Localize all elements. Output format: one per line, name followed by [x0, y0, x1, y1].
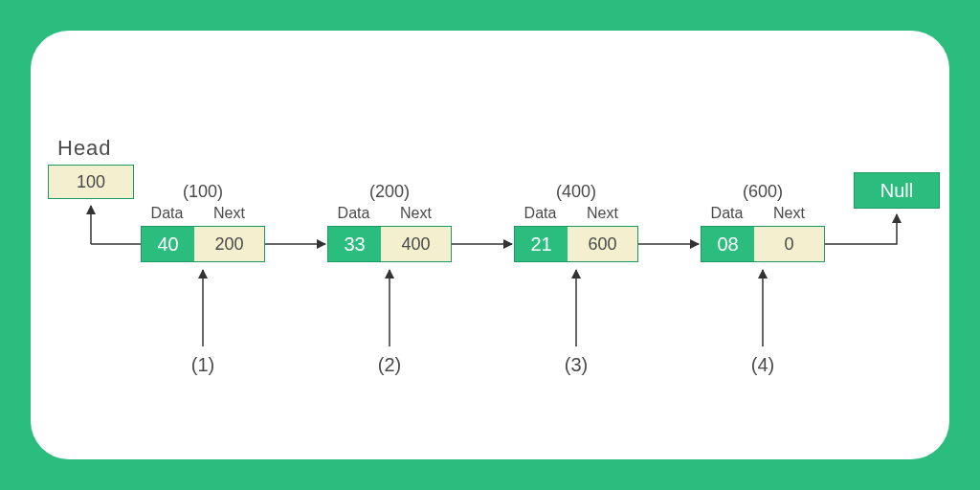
node-address: (100)	[141, 182, 265, 202]
next-col-label: Next	[193, 205, 265, 222]
head-pointer-box: 100	[48, 165, 134, 199]
data-col-label: Data	[141, 205, 193, 222]
node-address: (600)	[701, 182, 825, 202]
node-column-labels: Data Next	[514, 205, 638, 222]
node-address: (400)	[514, 182, 638, 202]
next-col-label: Next	[380, 205, 452, 222]
list-node: 21 600	[514, 226, 638, 262]
head-pointer-value: 100	[77, 172, 105, 192]
node-index: (3)	[557, 354, 595, 376]
head-label: Head	[57, 136, 112, 161]
next-col-label: Next	[753, 205, 825, 222]
node-next: 400	[381, 227, 451, 261]
data-col-label: Data	[514, 205, 567, 222]
data-col-label: Data	[327, 205, 380, 222]
diagram-canvas: Head 100 (100) Data Next 40 200 (1) (200…	[31, 31, 949, 459]
node-data: 08	[702, 227, 754, 261]
node-column-labels: Data Next	[701, 205, 825, 222]
next-col-label: Next	[567, 205, 638, 222]
null-terminator: Null	[854, 172, 940, 209]
node-index: (4)	[744, 354, 782, 376]
node-address: (200)	[327, 182, 452, 202]
node-data: 40	[142, 227, 194, 261]
node-index: (1)	[184, 354, 222, 376]
node-next: 0	[754, 227, 824, 261]
node-index: (2)	[370, 354, 409, 376]
list-node: 33 400	[327, 226, 452, 262]
null-label: Null	[880, 180, 913, 202]
data-col-label: Data	[701, 205, 753, 222]
node-next: 600	[568, 227, 637, 261]
list-node: 40 200	[141, 226, 265, 262]
list-node: 08 0	[701, 226, 825, 262]
node-column-labels: Data Next	[141, 205, 265, 222]
node-data: 33	[328, 227, 381, 261]
node-next: 200	[194, 227, 264, 261]
node-data: 21	[515, 227, 568, 261]
node-column-labels: Data Next	[327, 205, 452, 222]
